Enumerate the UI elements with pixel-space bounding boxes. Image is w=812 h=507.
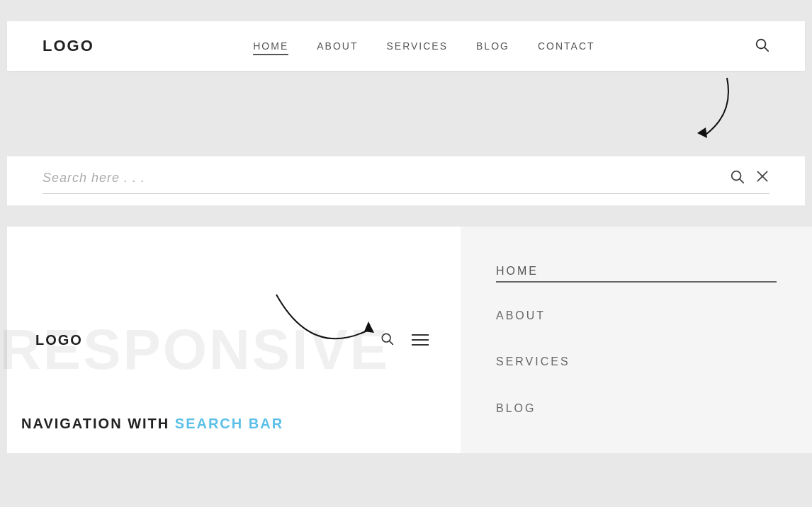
nav-link-contact[interactable]: CONTACT	[538, 40, 595, 52]
dropdown-item-services[interactable]: SERVICES	[496, 348, 777, 375]
nav-item-blog[interactable]: BLOG	[476, 40, 509, 52]
nav-link-blog[interactable]: BLOG	[476, 40, 509, 52]
svg-line-1	[765, 47, 768, 51]
search-submit-icon	[729, 169, 745, 184]
desktop-nav-links: HOME ABOUT SERVICES BLOG CONTACT	[253, 40, 594, 52]
desktop-logo: LOGO	[43, 37, 94, 55]
bottom-label-highlight: SEARCH BAR	[175, 416, 283, 431]
nav-item-about[interactable]: ABOUT	[317, 40, 358, 52]
arrow-annotation	[7, 71, 805, 156]
mobile-nav-card: LOGO RESPONSIVE NAVIGATION WITH SEARCH B…	[7, 227, 461, 453]
search-close-button[interactable]	[755, 169, 769, 187]
curved-arrow-annotation	[269, 287, 383, 361]
svg-line-4	[740, 179, 743, 183]
desktop-navbar: LOGO HOME ABOUT SERVICES BLOG CONTACT	[7, 21, 805, 71]
search-actions	[729, 169, 769, 188]
nav-link-services[interactable]: SERVICES	[386, 40, 448, 52]
hamburger-line-3	[412, 344, 429, 346]
nav-item-contact[interactable]: CONTACT	[538, 40, 595, 52]
desktop-search-button[interactable]	[754, 37, 769, 56]
search-input[interactable]	[43, 171, 715, 186]
mobile-nav-icons	[380, 331, 432, 349]
dropdown-item-blog[interactable]: BLOG	[496, 395, 777, 422]
hamburger-button[interactable]	[408, 331, 432, 349]
bottom-section: LOGO RESPONSIVE NAVIGATION WITH SEARCH B…	[0, 227, 812, 453]
svg-line-8	[390, 341, 393, 344]
svg-marker-2	[697, 127, 707, 138]
mobile-logo: LOGO	[35, 332, 83, 348]
search-submit-button[interactable]	[729, 169, 745, 188]
nav-link-home[interactable]: HOME	[253, 40, 288, 55]
dropdown-item-home[interactable]: HOME	[496, 258, 777, 283]
bottom-label: NAVIGATION WITH SEARCH BAR	[21, 416, 283, 432]
nav-right	[754, 37, 769, 56]
nav-item-home[interactable]: HOME	[253, 40, 288, 52]
search-bar-section	[7, 156, 805, 205]
hamburger-line-2	[412, 339, 429, 341]
nav-link-about[interactable]: ABOUT	[317, 40, 358, 52]
search-icon	[754, 37, 769, 52]
search-input-wrapper	[43, 169, 769, 194]
annotation-arrow	[621, 71, 762, 149]
nav-item-services[interactable]: SERVICES	[386, 40, 448, 52]
svg-marker-9	[364, 321, 374, 333]
close-icon	[755, 169, 769, 183]
top-section: LOGO HOME ABOUT SERVICES BLOG CONTACT	[0, 0, 812, 212]
dropdown-item-about[interactable]: ABOUT	[496, 302, 777, 329]
mobile-dropdown: HOME ABOUT SERVICES BLOG	[461, 227, 812, 453]
bottom-label-prefix: NAVIGATION WITH	[21, 416, 175, 431]
hamburger-line-1	[412, 334, 429, 336]
curved-arrow-svg	[269, 287, 383, 358]
